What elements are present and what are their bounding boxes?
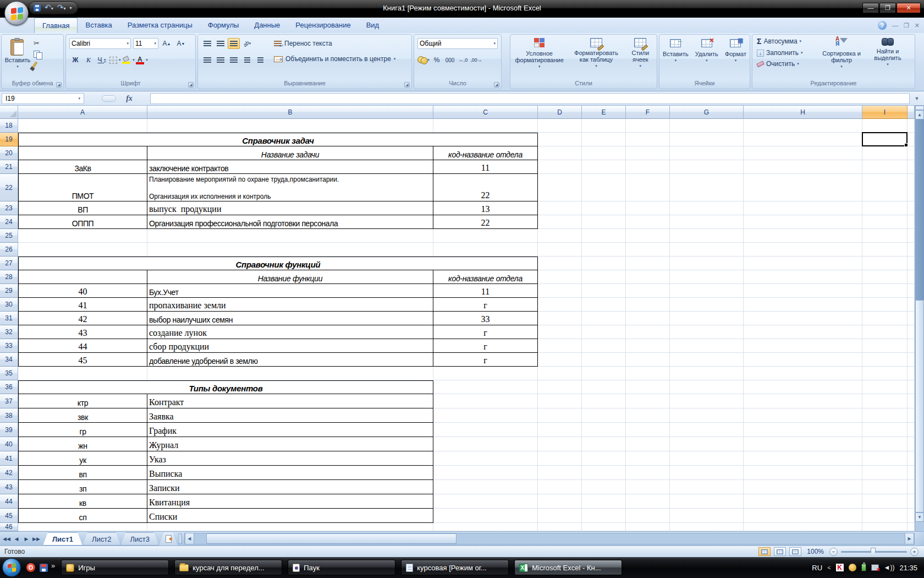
- cell-D22[interactable]: [538, 174, 582, 201]
- cell-H33[interactable]: [744, 339, 862, 353]
- cell-styles-button[interactable]: Стили ячеек▾: [625, 38, 655, 80]
- cell-E20[interactable]: [582, 146, 626, 160]
- cell-I22[interactable]: [862, 174, 908, 201]
- row-header-34[interactable]: 34: [0, 353, 18, 367]
- delete-cells-button[interactable]: ✕ Удалить▾: [695, 39, 718, 80]
- row-header-41[interactable]: 41: [0, 451, 18, 466]
- vertical-split-handle[interactable]: [915, 106, 924, 110]
- window-resize-corner[interactable]: [915, 532, 924, 546]
- cell-G30[interactable]: [670, 298, 744, 312]
- cell-E29[interactable]: [582, 284, 626, 298]
- row-header-37[interactable]: 37: [0, 394, 18, 408]
- cell-F41[interactable]: [626, 451, 670, 466]
- row-header-33[interactable]: 33: [0, 339, 18, 353]
- cell-C39[interactable]: [433, 423, 538, 437]
- cell-D45[interactable]: [538, 509, 582, 523]
- cell-B28[interactable]: Название функции: [147, 270, 433, 284]
- zoom-slider[interactable]: [841, 551, 907, 553]
- cell-E45[interactable]: [582, 509, 626, 523]
- cell-I35[interactable]: [862, 367, 908, 380]
- cell-G45[interactable]: [670, 509, 744, 523]
- close-button[interactable]: ✕: [897, 3, 921, 13]
- cell-H31[interactable]: [744, 312, 862, 325]
- cell-G41[interactable]: [670, 451, 744, 466]
- cell-H18[interactable]: [744, 119, 862, 133]
- ribbon-tab-Вставка[interactable]: Вставка: [78, 18, 119, 33]
- cell-H45[interactable]: [744, 509, 862, 523]
- cell-A22[interactable]: ПМОТ: [18, 174, 147, 201]
- column-header-H[interactable]: H: [744, 106, 862, 119]
- cell-C32[interactable]: г: [433, 325, 538, 339]
- cell-I36[interactable]: [862, 380, 908, 394]
- cell-H27[interactable]: [744, 257, 862, 270]
- last-sheet-button[interactable]: ▶▶: [32, 536, 41, 542]
- vertical-scrollbar-thumb[interactable]: [915, 300, 924, 512]
- cell-E18[interactable]: [582, 119, 626, 133]
- update-icon[interactable]: [849, 564, 856, 571]
- font-size-combo[interactable]: 11▾: [133, 38, 158, 49]
- cell-D40[interactable]: [538, 437, 582, 451]
- row-header-24[interactable]: 24: [0, 215, 18, 229]
- cell-G43[interactable]: [670, 480, 744, 494]
- cell-A21[interactable]: ЗаКв: [18, 160, 147, 174]
- cell-C34[interactable]: г: [433, 353, 538, 367]
- cell-A20[interactable]: [18, 146, 147, 160]
- cell-C35[interactable]: [433, 367, 538, 380]
- cell-G37[interactable]: [670, 394, 744, 408]
- cell-B23[interactable]: выпуск продукции: [147, 201, 433, 215]
- scroll-down-button[interactable]: ▼: [915, 512, 924, 522]
- cell-G33[interactable]: [670, 339, 744, 353]
- cell-A23[interactable]: ВП: [18, 201, 147, 215]
- expand-formula-bar-button[interactable]: ▼: [912, 94, 922, 103]
- column-header-C[interactable]: C: [433, 106, 538, 119]
- cell-G42[interactable]: [670, 466, 744, 480]
- cell-F29[interactable]: [626, 284, 670, 298]
- shrink-font-button[interactable]: A▼: [175, 38, 187, 49]
- cell-D41[interactable]: [538, 451, 582, 466]
- cell-F44[interactable]: [626, 494, 670, 509]
- formula-input[interactable]: [150, 93, 910, 104]
- cell-D24[interactable]: [538, 215, 582, 229]
- insert-worksheet-tab[interactable]: [159, 532, 178, 546]
- cell-F33[interactable]: [626, 339, 670, 353]
- cell-F36[interactable]: [626, 380, 670, 394]
- cell-C26[interactable]: [433, 243, 538, 257]
- help-icon[interactable]: ?: [878, 21, 887, 30]
- cell-A24[interactable]: ОППП: [18, 215, 147, 229]
- font-name-combo[interactable]: Calibri▾: [69, 38, 131, 49]
- next-sheet-button[interactable]: ▶: [22, 536, 31, 542]
- restore-button[interactable]: ❐: [879, 3, 896, 13]
- ribbon-tab-Разметка страницы[interactable]: Разметка страницы: [120, 18, 200, 33]
- clear-button[interactable]: Очистить▾: [757, 60, 817, 68]
- cell-E44[interactable]: [582, 494, 626, 509]
- cell-C31[interactable]: 33: [433, 312, 538, 325]
- cell-H38[interactable]: [744, 408, 862, 423]
- grow-font-button[interactable]: A▲: [161, 38, 173, 49]
- bold-button[interactable]: Ж: [69, 54, 81, 66]
- cell-A27-merged[interactable]: Справочник функций: [18, 257, 538, 270]
- cell-I25[interactable]: [862, 229, 908, 243]
- cell-D36[interactable]: [538, 380, 582, 394]
- ribbon-tab-Формулы[interactable]: Формулы: [200, 18, 247, 33]
- select-all-corner[interactable]: [0, 106, 18, 119]
- cell-C28[interactable]: код-название отдела: [433, 270, 538, 284]
- cell-D18[interactable]: [538, 119, 582, 133]
- column-header-E[interactable]: E: [582, 106, 626, 119]
- cell-E37[interactable]: [582, 394, 626, 408]
- find-select-button[interactable]: Найти и выделить▾: [866, 37, 910, 80]
- cell-F45[interactable]: [626, 509, 670, 523]
- row-header-45[interactable]: 45: [0, 509, 18, 523]
- cell-F39[interactable]: [626, 423, 670, 437]
- cell-I34[interactable]: [862, 353, 908, 367]
- cell-C40[interactable]: [433, 437, 538, 451]
- cell-A46[interactable]: [18, 523, 147, 531]
- cell-C21[interactable]: 11: [433, 160, 538, 174]
- cell-H39[interactable]: [744, 423, 862, 437]
- cell-F35[interactable]: [626, 367, 670, 380]
- cell-F43[interactable]: [626, 480, 670, 494]
- tray-chevron-icon[interactable]: <: [827, 564, 831, 571]
- italic-button[interactable]: К: [82, 54, 95, 66]
- row-header-38[interactable]: 38: [0, 408, 18, 423]
- fill-button[interactable]: ↓Заполнить▾: [757, 49, 817, 57]
- cell-B35[interactable]: [147, 367, 433, 380]
